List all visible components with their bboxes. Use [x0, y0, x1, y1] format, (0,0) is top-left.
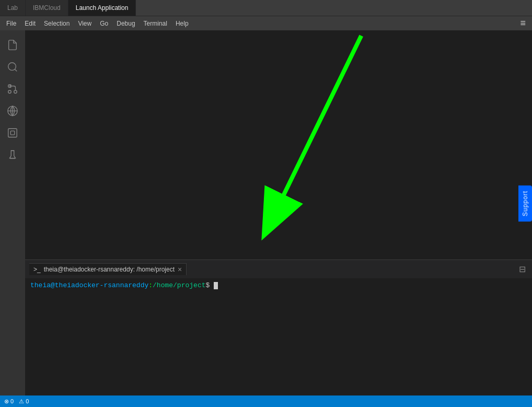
- warning-icon: ⚠: [19, 398, 24, 405]
- svg-point-2: [14, 91, 17, 94]
- menu-view[interactable]: View: [74, 18, 96, 29]
- svg-rect-8: [10, 131, 14, 134]
- main-layout: >_ theia@theiadocker-rsannareddy: /home/…: [0, 30, 532, 395]
- menu-right: ≡: [516, 18, 530, 29]
- lab-icon[interactable]: [2, 144, 23, 165]
- terminal-prompt-separator: :: [148, 281, 153, 289]
- terminal-prompt-line: theia@theiadocker-rsannareddy:/home/proj…: [30, 281, 527, 289]
- svg-line-11: [265, 36, 361, 233]
- terminal-tab[interactable]: >_ theia@theiadocker-rsannareddy: /home/…: [29, 263, 187, 275]
- terminal-panel: >_ theia@theiadocker-rsannareddy: /home/…: [25, 259, 532, 395]
- tab-launch-application[interactable]: Launch Application: [68, 0, 136, 16]
- status-warnings[interactable]: ⚠ 0: [19, 398, 29, 405]
- terminal-prompt-path: /home/project: [153, 281, 205, 289]
- svg-point-0: [8, 63, 16, 71]
- menu-bar: File Edit Selection View Go Debug Termin…: [0, 16, 532, 30]
- status-errors[interactable]: ⊗ 0: [4, 398, 14, 405]
- status-bar: ⊗ 0 ⚠ 0: [0, 395, 532, 407]
- editor-area: >_ theia@theiadocker-rsannareddy: /home/…: [25, 30, 532, 395]
- menu-help[interactable]: Help: [171, 18, 193, 29]
- activity-bar: [0, 30, 25, 395]
- terminal-tabs-bar: >_ theia@theiadocker-rsannareddy: /home/…: [25, 260, 532, 278]
- title-bar: Lab IBMCloud Launch Application: [0, 0, 532, 16]
- svg-line-1: [15, 69, 17, 71]
- search-icon[interactable]: [2, 56, 23, 77]
- git-icon[interactable]: [2, 78, 23, 99]
- terminal-body[interactable]: theia@theiadocker-rsannareddy:/home/proj…: [25, 278, 532, 395]
- green-arrow: [25, 30, 532, 259]
- menu-edit[interactable]: Edit: [20, 18, 40, 29]
- files-icon[interactable]: [2, 35, 23, 55]
- hamburger-icon[interactable]: ≡: [516, 18, 530, 29]
- svg-point-4: [8, 91, 11, 94]
- explorer-icon[interactable]: [2, 122, 23, 143]
- terminal-cursor: [214, 282, 218, 289]
- warning-count: 0: [26, 398, 29, 404]
- menu-terminal[interactable]: Terminal: [140, 18, 171, 29]
- error-icon: ⊗: [4, 398, 9, 405]
- editor-content: [25, 30, 532, 259]
- tab-ibmcloud[interactable]: IBMCloud: [26, 0, 68, 16]
- menu-debug[interactable]: Debug: [112, 18, 139, 29]
- terminal-tab-prefix: >_: [33, 266, 41, 273]
- svg-rect-7: [8, 129, 17, 138]
- terminal-tab-close-button[interactable]: ×: [178, 266, 182, 273]
- error-count: 0: [10, 398, 14, 404]
- menu-go[interactable]: Go: [96, 18, 112, 29]
- extensions-icon[interactable]: [2, 100, 23, 121]
- menu-selection[interactable]: Selection: [40, 18, 74, 29]
- terminal-split-button[interactable]: ⊟: [517, 263, 528, 275]
- terminal-actions: ⊟: [517, 263, 528, 275]
- terminal-prompt-user: theia@theiadocker-rsannareddy: [30, 281, 148, 289]
- support-button[interactable]: Support: [518, 185, 532, 221]
- terminal-tab-label: theia@theiadocker-rsannareddy: /home/pro…: [44, 266, 175, 273]
- menu-file[interactable]: File: [2, 18, 20, 29]
- terminal-dollar: $: [205, 281, 210, 289]
- tab-lab[interactable]: Lab: [0, 0, 26, 16]
